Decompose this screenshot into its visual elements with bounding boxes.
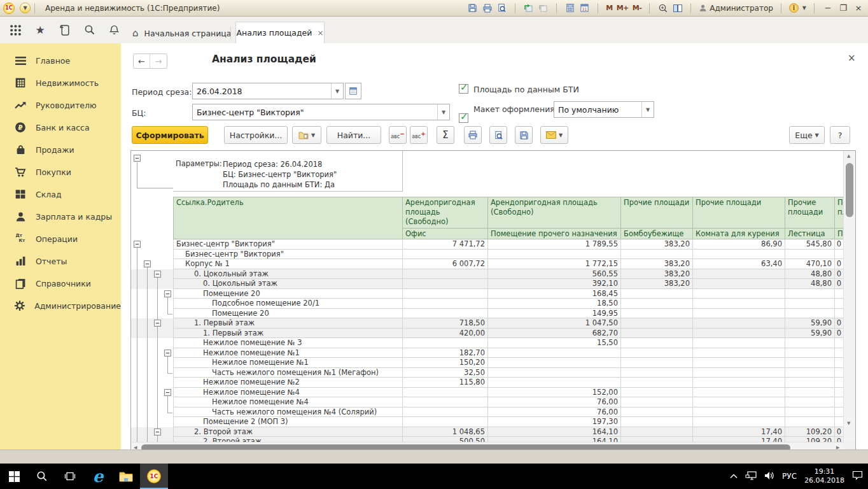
help-button[interactable]: ? bbox=[830, 126, 850, 144]
row-value[interactable] bbox=[488, 378, 621, 388]
row-value[interactable]: 18,50 bbox=[488, 299, 621, 309]
favorites-star-icon[interactable]: ★ bbox=[34, 23, 47, 37]
layout-select[interactable]: По умолчанию ▼ bbox=[554, 101, 654, 118]
row-label[interactable]: 1. Первый этаж bbox=[173, 318, 403, 329]
row-value[interactable]: 682,70 bbox=[488, 329, 621, 339]
column-group-header[interactable]: Прочие площади bbox=[693, 197, 785, 229]
scroll-up-icon[interactable]: ▲ bbox=[847, 153, 850, 159]
tree-collapse-button[interactable] bbox=[164, 389, 171, 396]
print-preview-icon[interactable] bbox=[496, 3, 507, 13]
search-icon[interactable] bbox=[83, 23, 96, 37]
row-value[interactable]: 164,10 bbox=[488, 427, 621, 437]
row-value[interactable]: 17,40 bbox=[693, 427, 785, 437]
row-value[interactable] bbox=[621, 318, 693, 329]
network-icon[interactable] bbox=[745, 471, 757, 482]
tab-close-icon[interactable]: × bbox=[317, 29, 323, 38]
row-value[interactable]: 197,30 bbox=[488, 417, 621, 427]
bc-dropdown-icon[interactable]: ▼ bbox=[437, 104, 449, 120]
row-value[interactable] bbox=[785, 408, 835, 418]
vertical-scrollbar[interactable]: ▲ ▼ bbox=[843, 151, 855, 443]
memory-m-plus-button[interactable]: M+ bbox=[617, 4, 629, 12]
row-value[interactable] bbox=[693, 338, 785, 348]
calculator-icon[interactable] bbox=[564, 3, 575, 13]
zoom-icon[interactable] bbox=[657, 3, 668, 13]
calendar-icon[interactable]: 31 bbox=[579, 3, 590, 13]
row-label[interactable]: Помещение 20 bbox=[173, 309, 403, 319]
row-value[interactable] bbox=[403, 269, 488, 280]
layout-checkbox-label[interactable]: Макет оформления: bbox=[473, 104, 557, 114]
row-value[interactable] bbox=[785, 309, 835, 319]
row-value[interactable] bbox=[621, 338, 693, 348]
column-sub-header[interactable]: Комната для курения bbox=[693, 229, 785, 239]
memory-m-button[interactable]: M bbox=[606, 4, 612, 12]
row-value[interactable] bbox=[621, 348, 693, 358]
print-icon[interactable] bbox=[482, 3, 493, 13]
row-value[interactable] bbox=[693, 417, 785, 427]
row-value[interactable]: 76,00 bbox=[488, 397, 621, 408]
row-value[interactable] bbox=[785, 397, 835, 408]
row-value[interactable] bbox=[621, 299, 693, 309]
table-row[interactable]: Нежилое помещение №1182,70 bbox=[131, 348, 844, 358]
row-value[interactable] bbox=[403, 417, 488, 427]
start-button[interactable] bbox=[0, 464, 28, 489]
row-value[interactable]: 149,95 bbox=[488, 309, 621, 319]
row-value[interactable]: 718,50 bbox=[403, 318, 488, 329]
row-value[interactable] bbox=[403, 309, 488, 319]
table-row[interactable]: Бизнес-центр "Виктория" bbox=[131, 250, 844, 260]
row-value[interactable] bbox=[403, 397, 488, 408]
row-value[interactable] bbox=[621, 388, 693, 398]
column-sub-header[interactable]: Лестница bbox=[785, 229, 835, 239]
row-label[interactable]: Помещение 2 (МОП 3) bbox=[173, 417, 403, 427]
row-value[interactable] bbox=[785, 417, 835, 427]
row-value[interactable] bbox=[785, 338, 835, 348]
tab-area-analysis[interactable]: Анализ площадей × bbox=[235, 22, 325, 43]
row-value[interactable] bbox=[693, 358, 785, 368]
table-row[interactable]: Помещение 20149,95 bbox=[131, 309, 844, 319]
table-row[interactable]: Нежилое помещение №1150,20 bbox=[131, 358, 844, 368]
row-value[interactable] bbox=[403, 338, 488, 348]
file-explorer-button[interactable] bbox=[112, 464, 140, 489]
row-label[interactable]: Нежилое помещение №1 bbox=[173, 348, 403, 358]
row-value[interactable] bbox=[785, 358, 835, 368]
row-label[interactable]: Корпус № 1 bbox=[173, 259, 403, 269]
print-button[interactable] bbox=[464, 126, 482, 144]
save-result-button[interactable] bbox=[515, 126, 533, 144]
collapse-groups-button[interactable]: авс− bbox=[389, 126, 407, 144]
sidebar-item-11[interactable]: Администрирование bbox=[0, 295, 121, 316]
row-value[interactable]: 115,80 bbox=[403, 378, 488, 388]
row-value[interactable]: 48,80 bbox=[785, 279, 835, 289]
row-value[interactable] bbox=[403, 250, 488, 260]
row-label[interactable]: Бизнес-центр "Виктория" bbox=[173, 239, 403, 250]
table-row[interactable]: 1. Первый этаж718,501 047,5059,900 bbox=[131, 318, 844, 329]
get-link-icon[interactable] bbox=[523, 3, 534, 13]
row-value[interactable] bbox=[785, 378, 835, 388]
row-value[interactable] bbox=[621, 427, 693, 437]
task-view-button[interactable] bbox=[56, 464, 84, 489]
info-caret-icon[interactable]: ▼ bbox=[802, 5, 806, 11]
period-dropdown-icon[interactable]: ▼ bbox=[331, 83, 343, 99]
current-user[interactable]: Администратор bbox=[699, 4, 773, 13]
row-value[interactable] bbox=[693, 269, 785, 280]
row-label[interactable]: Нежилое помещение № 3 bbox=[173, 338, 403, 348]
row-value[interactable]: 1 772,15 bbox=[488, 259, 621, 269]
row-value[interactable]: 15,50 bbox=[488, 338, 621, 348]
column-sub-header[interactable]: Бомбоубежище bbox=[621, 229, 693, 239]
row-value[interactable] bbox=[488, 368, 621, 378]
row-value[interactable] bbox=[488, 250, 621, 260]
row-value[interactable] bbox=[403, 279, 488, 289]
row-value[interactable]: 6 007,72 bbox=[403, 259, 488, 269]
sidebar-item-4[interactable]: Продажи bbox=[0, 139, 121, 160]
form-close-button[interactable]: × bbox=[848, 52, 856, 64]
row-value[interactable]: 32,50 bbox=[403, 368, 488, 378]
sidebar-item-7[interactable]: Зарплата и кадры bbox=[0, 206, 121, 227]
layout-dropdown-icon[interactable]: ▼ bbox=[641, 102, 654, 117]
column-group-header[interactable]: Арендопригодная площадь (Свободно) bbox=[403, 197, 488, 229]
window-maximize-button[interactable]: ❐ bbox=[837, 3, 849, 13]
window-close-button[interactable]: × bbox=[853, 3, 864, 13]
row-value[interactable] bbox=[693, 388, 785, 398]
row-value[interactable]: 560,55 bbox=[488, 269, 621, 280]
row-label[interactable]: Часть нежилого помещения №4 (Солярий) bbox=[173, 408, 403, 418]
memory-m-minus-button[interactable]: M- bbox=[633, 4, 642, 12]
row-value[interactable]: 150,20 bbox=[403, 358, 488, 368]
row-value[interactable]: 383,20 bbox=[621, 259, 693, 269]
